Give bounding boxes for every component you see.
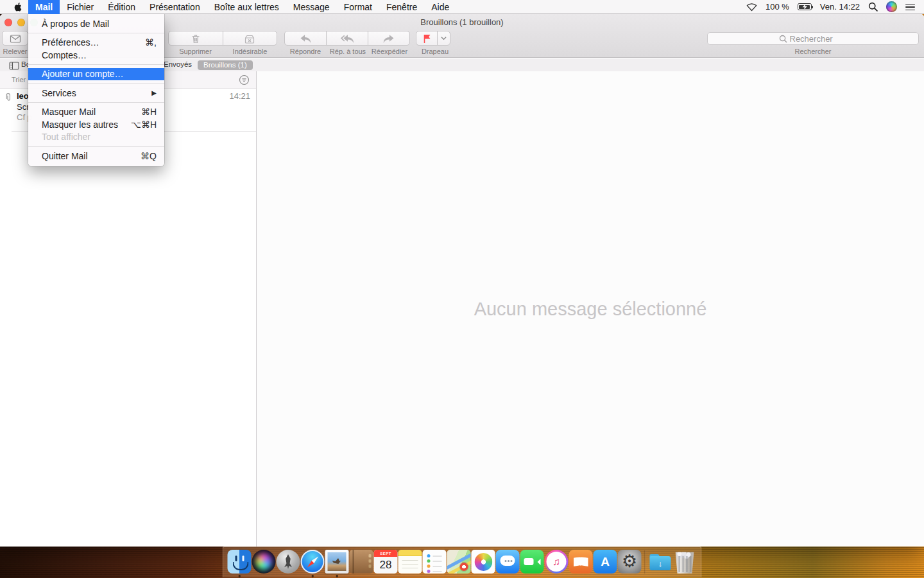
reply-all-button[interactable]: [327, 31, 368, 45]
menu-item-quitter-mail[interactable]: Quitter Mail⌘Q: [28, 150, 164, 162]
no-message-selected-text: Aucun message sélectionné: [474, 299, 707, 320]
dock: SEPT28♫A⚙↓: [223, 547, 702, 577]
menubar-items: MailFichierÉditionPrésentationBoîte aux …: [28, 0, 456, 14]
attachment-icon: [4, 92, 12, 105]
dock-facetime-icon[interactable]: [520, 550, 544, 574]
dock-contacts-icon[interactable]: [350, 550, 373, 574]
forward-label: Réexpédier: [368, 48, 411, 55]
menu-item-shortcut: ⌘H: [141, 107, 157, 117]
menu-item-services[interactable]: Services▶: [28, 87, 164, 100]
dock-messages-icon[interactable]: [496, 550, 520, 574]
forward-button[interactable]: [368, 31, 409, 45]
menubar-item-mail[interactable]: Mail: [28, 0, 60, 14]
search-icon: [779, 35, 787, 43]
search-label: Rechercher: [707, 48, 919, 55]
spotlight-icon[interactable]: [868, 2, 878, 12]
forward-icon: [382, 33, 395, 44]
dock-mail-icon[interactable]: [325, 550, 349, 574]
search-field[interactable]: [707, 32, 919, 45]
dock-reminders-icon[interactable]: [423, 550, 447, 574]
running-indicator: [238, 575, 241, 577]
menu-item-shortcut: ⌘Q: [141, 151, 157, 161]
message-time: 14:21: [229, 91, 250, 101]
flag-menu-button[interactable]: [438, 31, 450, 45]
menubar-item-boite-aux-lettres[interactable]: Boîte aux lettres: [207, 0, 286, 14]
menu-item-masquer-les-autres[interactable]: Masquer les autres⌥⌘H: [28, 118, 164, 131]
delete-label: Supprimer: [168, 48, 223, 55]
junk-button[interactable]: [223, 31, 277, 45]
message-preview-pane: Aucun message sélectionné: [257, 71, 924, 547]
reply-all-icon: [340, 33, 354, 44]
itunes-glyph: ♫: [545, 550, 569, 574]
menubar-item-fenetre[interactable]: Fenêtre: [379, 0, 424, 14]
menu-separator: [28, 33, 164, 33]
flag-button[interactable]: [416, 31, 438, 45]
reply-group: [284, 31, 410, 46]
menubar-item-fichier[interactable]: Fichier: [60, 0, 101, 14]
system-preferences-glyph: ⚙: [618, 550, 642, 574]
dock-books-icon[interactable]: [569, 550, 593, 574]
junk-label: Indésirable: [223, 48, 277, 55]
delete-junk-group: [168, 31, 277, 46]
menubar-item-presentation[interactable]: Présentation: [142, 0, 207, 14]
dock-calendar-icon[interactable]: SEPT28: [374, 550, 398, 574]
favorite-sent[interactable]: Envoyés: [164, 60, 192, 68]
menubar-item-format[interactable]: Format: [337, 0, 379, 14]
reply-all-label: Rép. à tous: [327, 48, 369, 55]
sort-by-label[interactable]: Trier: [12, 76, 26, 83]
menu-item-ajouter-un-compte[interactable]: Ajouter un compte…: [28, 68, 164, 81]
flag-group: [416, 31, 450, 46]
menu-item-comptes[interactable]: Comptes…: [28, 49, 164, 62]
dock-downloads-icon[interactable]: ↓: [649, 550, 672, 574]
get-mail-label: Relever: [0, 48, 30, 55]
menu-separator: [28, 102, 164, 103]
dock-system-preferences-icon[interactable]: ⚙: [618, 550, 642, 574]
get-mail-button[interactable]: [2, 31, 28, 46]
calendar-month-label: SEPT: [374, 550, 398, 557]
dock-siri-icon[interactable]: [252, 550, 276, 574]
mail-menu: À propos de MailPréférences…⌘,Comptes…Aj…: [28, 14, 164, 166]
flag-icon: [422, 33, 431, 44]
menu-item-label: Masquer les autres: [42, 119, 131, 130]
menubar-clock[interactable]: Ven. 14:22: [820, 2, 860, 12]
search-input[interactable]: [790, 34, 848, 44]
envelope-icon: [3, 31, 28, 45]
favorite-drafts-selected[interactable]: Brouillons (1): [198, 60, 253, 70]
menu-item-preferences[interactable]: Préférences…⌘,: [28, 37, 164, 49]
message-subject: Scr: [17, 102, 30, 112]
battery-icon[interactable]: [798, 3, 812, 10]
menu-separator: [28, 146, 164, 147]
dock-photos-icon[interactable]: [472, 550, 495, 574]
flag-label: Drapeau: [414, 48, 456, 55]
delete-button[interactable]: [169, 31, 223, 45]
dock-maps-icon[interactable]: [447, 550, 471, 574]
dock-app-store-icon[interactable]: A: [594, 550, 617, 574]
dock-trash-icon[interactable]: [673, 550, 697, 574]
dock-finder-icon[interactable]: [228, 550, 252, 574]
menu-item-a-propos-de-mail[interactable]: À propos de Mail: [28, 17, 164, 30]
dock-separator: [645, 550, 646, 574]
apple-menu[interactable]: [6, 0, 28, 14]
notification-center-icon[interactable]: [905, 3, 915, 11]
menu-item-label: Ajouter un compte…: [42, 69, 157, 79]
app-store-glyph: A: [594, 550, 617, 574]
apple-icon: [13, 2, 22, 12]
reply-button[interactable]: [285, 31, 327, 45]
filter-icon[interactable]: [239, 74, 250, 88]
downloads-glyph: ↓: [649, 550, 672, 574]
menubar-item-edition[interactable]: Édition: [101, 0, 142, 14]
menubar-item-message[interactable]: Message: [286, 0, 337, 14]
menubar-item-aide[interactable]: Aide: [424, 0, 456, 14]
menu-item-shortcut: ⌘,: [145, 37, 157, 48]
junk-icon: [243, 33, 256, 44]
submenu-arrow-icon: ▶: [151, 89, 157, 96]
dock-safari-icon[interactable]: [301, 550, 325, 574]
dock-launchpad-icon[interactable]: [277, 550, 300, 574]
menu-item-masquer-mail[interactable]: Masquer Mail⌘H: [28, 106, 164, 119]
wifi-icon[interactable]: [746, 3, 757, 12]
chevron-down-icon: [441, 36, 447, 40]
dock-itunes-icon[interactable]: ♫: [545, 550, 569, 574]
dock-notes-icon[interactable]: [398, 550, 422, 574]
siri-icon[interactable]: [886, 1, 897, 12]
calendar-day-label: 28: [374, 557, 398, 574]
